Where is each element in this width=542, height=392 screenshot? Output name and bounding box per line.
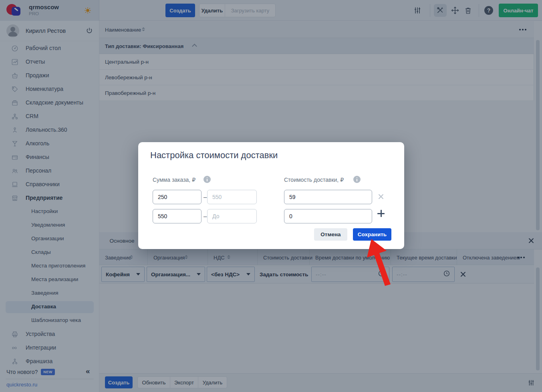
info-icon[interactable]	[353, 176, 361, 183]
range-dash: –	[204, 213, 207, 219]
add-range-icon[interactable]	[377, 210, 385, 217]
delivery-cost-label: Стоимость доставки, ₽	[284, 177, 344, 183]
cost-input-2[interactable]	[284, 209, 372, 223]
remove-range-icon[interactable]	[378, 193, 384, 200]
cost-input-1[interactable]	[284, 190, 372, 204]
delivery-cost-modal: Настройка стоимости доставки Сумма заказ…	[138, 142, 404, 249]
order-sum-label: Сумма заказа, ₽	[153, 177, 195, 183]
modal-title: Настройка стоимости доставки	[150, 150, 278, 161]
sum-to-input-2[interactable]	[207, 209, 257, 223]
range-dash: –	[204, 193, 207, 200]
info-icon[interactable]	[204, 176, 211, 183]
save-button[interactable]: Сохранить	[353, 228, 391, 241]
sum-from-input-1[interactable]	[153, 190, 201, 204]
sum-to-input-1[interactable]	[207, 190, 257, 204]
sum-from-input-2[interactable]	[153, 209, 201, 223]
cancel-button[interactable]: Отмена	[314, 228, 347, 241]
app-window: qrmoscow PRO Создать Удалить Загрузить к	[0, 0, 542, 392]
